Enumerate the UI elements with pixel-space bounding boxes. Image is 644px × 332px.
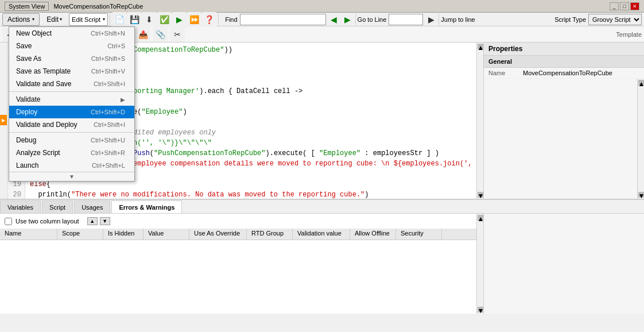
line-gutter: ▶	[0, 43, 8, 199]
template-label: Template	[616, 31, 642, 38]
menu-analyze-script[interactable]: Analyze Script Ctrl+Shift+R	[9, 146, 134, 159]
properties-title: Properties	[484, 43, 644, 56]
maximize-button[interactable]: □	[620, 2, 629, 10]
menu-separator-1	[9, 91, 134, 92]
go-to-line-input[interactable]	[389, 14, 423, 25]
bottom-scrollbar[interactable]: ▲ ▼	[476, 214, 483, 314]
col-use-override: Use As Override	[189, 229, 247, 240]
script-type-area: Script Type Groovy Script	[554, 14, 642, 25]
menu-bar: Actions ▾ Edit ▾ Edit Script ▾ 📄 💾 ⬇ ✅ ▶…	[0, 13, 644, 26]
two-column-checkbox[interactable]	[5, 218, 12, 225]
new-object-label: New Object	[16, 29, 52, 37]
go-to-line-button[interactable]: ▶	[425, 14, 437, 25]
menu-debug[interactable]: Debug Ctrl+Shift+U	[9, 134, 134, 146]
help-button[interactable]: ❓	[201, 12, 216, 27]
menu-deploy[interactable]: Deploy Ctrl+Shift+D	[9, 106, 134, 118]
fast-forward-button[interactable]: ⏩	[187, 12, 201, 27]
close-button[interactable]: ✕	[630, 2, 639, 10]
jump-to-line-label: Jump to line	[441, 16, 475, 23]
scroll-down-arrow[interactable]: ▼	[478, 192, 483, 198]
script-type-select[interactable]: Groovy Script	[588, 14, 642, 25]
menu-separator-2	[9, 132, 134, 133]
menu-save-as[interactable]: Save As Ctrl+Shift+S	[9, 52, 134, 65]
debug-label: Debug	[16, 136, 36, 144]
prop-scroll-down[interactable]: ▼	[638, 192, 644, 198]
attach-button[interactable]: 📎	[153, 27, 168, 42]
validate-save-shortcut: Ctrl+Shift+I	[94, 80, 125, 87]
bottom-scroll-down[interactable]: ▼	[478, 307, 483, 312]
separator-1	[110, 14, 110, 25]
prop-scroll-up[interactable]: ▲	[638, 80, 644, 86]
analyze-shortcut: Ctrl+Shift+R	[91, 149, 125, 156]
editor-scrollbar[interactable]: ▲ ▼	[476, 43, 483, 199]
tab-usages[interactable]: Usages	[74, 200, 110, 213]
two-column-label: Use two column layout	[15, 218, 79, 225]
validate-arrow: ▶	[121, 96, 125, 103]
launch-label: Launch	[16, 161, 38, 169]
go-to-line-area: Go to Line ▶	[358, 14, 437, 25]
menu-save-as-template[interactable]: Save as Template Ctrl+Shift+V	[9, 65, 134, 78]
validate-button[interactable]: ✅	[157, 12, 172, 27]
line-marker: ▶	[0, 115, 7, 125]
new-file-button[interactable]: 📄	[112, 12, 127, 27]
deploy-label: Deploy	[16, 108, 37, 116]
export-button[interactable]: 📤	[135, 27, 150, 42]
actions-arrow-icon: ▾	[32, 17, 34, 22]
scroll-up-arrow[interactable]: ▲	[478, 44, 483, 49]
col-name: Name	[0, 229, 57, 240]
edit-script-label: Edit Script	[72, 16, 100, 23]
menu-validate-deploy[interactable]: Validate and Deploy Ctrl+Shift+I	[9, 118, 134, 131]
menu-new-object[interactable]: New Object Ctrl+Shift+N	[9, 27, 134, 40]
run-button[interactable]: ▶	[172, 12, 187, 27]
menu-validate-and-save[interactable]: Validate and Save Ctrl+Shift+I	[9, 78, 134, 90]
title-bar: System View MoveCompensationToRepCube _ …	[0, 0, 644, 13]
menu-save[interactable]: Save Ctrl+S	[9, 40, 134, 52]
stepper-up-button[interactable]: ▲	[87, 217, 98, 225]
tab-variables[interactable]: Variables	[0, 200, 41, 213]
property-name-row: Name MoveCompensationToRepCube	[484, 68, 644, 79]
bottom-scroll-up[interactable]: ▲	[478, 215, 483, 221]
edit-label: Edit	[46, 16, 59, 24]
actions-label: Actions	[7, 16, 30, 24]
find-input[interactable]	[240, 14, 326, 25]
menu-launch[interactable]: Launch Ctrl+Shift+L	[9, 159, 134, 172]
menu-validate[interactable]: Validate ▶	[9, 93, 134, 106]
bottom-tabs: Variables Script Usages Errors & Warning…	[0, 200, 644, 214]
properties-general-section: General	[484, 56, 644, 68]
separator-4	[439, 14, 439, 25]
validate-label: Validate	[16, 95, 40, 103]
tab-errors-warnings[interactable]: Errors & Warnings	[111, 200, 182, 213]
edit-script-arrow-icon: ▾	[103, 17, 105, 22]
find-label: Find	[225, 16, 237, 23]
analyze-label: Analyze Script	[16, 149, 60, 157]
cut-button[interactable]: ✂	[170, 27, 185, 42]
col-scope: Scope	[57, 229, 103, 240]
minimize-button[interactable]: _	[610, 2, 619, 10]
save-button[interactable]: 💾	[127, 12, 142, 27]
properties-panel: Properties General Name MoveCompensation…	[483, 43, 644, 199]
new-object-shortcut: Ctrl+Shift+N	[91, 30, 125, 37]
find-next-button[interactable]: ▶	[342, 14, 354, 25]
validate-deploy-label: Validate and Deploy	[16, 121, 77, 129]
system-view-tab[interactable]: System View	[5, 2, 49, 11]
dropdown-expand-area: ▼	[9, 172, 134, 181]
property-name-value: MoveCompensationToRepCube	[523, 70, 639, 76]
col-hidden: Is Hidden	[103, 229, 143, 240]
save-template-label: Save as Template	[16, 67, 71, 75]
stepper-down-button[interactable]: ▼	[100, 217, 110, 225]
dropdown-more-icon: ▼	[69, 173, 75, 180]
tab-script[interactable]: Script	[42, 200, 73, 213]
find-prev-button[interactable]: ◀	[328, 14, 340, 25]
download-button[interactable]: ⬇	[142, 12, 157, 27]
edit-script-dropdown[interactable]: Edit Script ▾	[69, 13, 108, 26]
save-as-shortcut: Ctrl+Shift+S	[91, 55, 125, 62]
properties-scrollbar[interactable]: ▲ ▼	[637, 79, 644, 199]
script-type-label: Script Type	[554, 16, 586, 23]
bottom-left: Use two column layout ▲ ▼ Name Scope Is …	[0, 214, 476, 314]
save-template-shortcut: Ctrl+Shift+V	[91, 68, 125, 75]
col-rtd-group: RTD Group	[247, 229, 293, 240]
edit-menu-button[interactable]: Edit ▾	[42, 13, 67, 26]
stepper-buttons: ▲ ▼	[83, 216, 115, 226]
window-title: MoveCompensationToRepCube	[53, 3, 143, 10]
actions-menu-button[interactable]: Actions ▾	[2, 13, 40, 26]
